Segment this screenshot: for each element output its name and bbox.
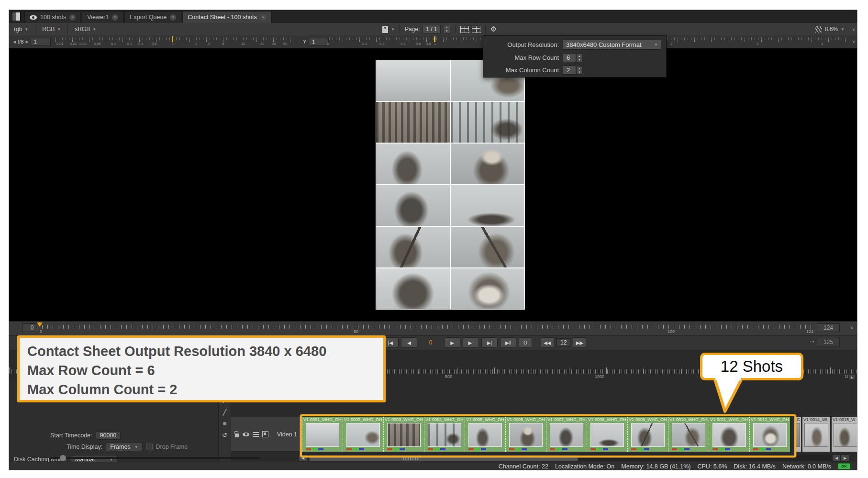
timeline-clip[interactable]: V1-0003_WHG_OH [383,417,424,452]
page-value[interactable]: 1 / 1 [423,25,440,33]
channel-dropdown[interactable]: rgb ▼ [12,25,30,33]
timeline-clip[interactable]: V1-0007_WHG_OH [546,417,587,452]
tab-viewer1[interactable]: Viewer1 × [82,11,123,23]
horizontal-scrollbar[interactable] [308,455,838,461]
time-display-dropdown[interactable]: Frames ▼ [106,443,142,451]
scrollbar-thumb[interactable] [309,455,578,461]
contact-sheet-columns-icon[interactable] [472,26,480,33]
timeline-zoom-slider[interactable] [50,457,260,459]
timeline-clip[interactable]: V1-0004_WHG_OH [424,417,465,452]
contact-sheet-cell[interactable] [451,144,524,184]
max-row-count-stepper[interactable]: ▲▼ [576,54,583,62]
timeline-clip[interactable]: V1-0009_WHG_OH [627,417,668,452]
play-button[interactable]: ▶ [444,337,460,348]
timeline-clip[interactable]: V1-0005_WHG_OH [465,417,505,452]
razor-tool-icon[interactable]: ╱ [223,409,227,416]
contact-sheet-rows-icon[interactable] [460,26,469,33]
start-timecode-input[interactable]: 90000 [96,431,121,440]
tab-100-shots[interactable]: 100 shots × [24,11,81,23]
lock-icon[interactable] [235,434,239,437]
colorspace-dropdown[interactable]: sRGB ▼ [73,25,98,33]
timeline-clip[interactable]: V1-0015_W [832,417,857,452]
close-icon[interactable]: × [112,14,118,21]
close-icon[interactable]: × [170,14,176,21]
tab-contact-sheet[interactable]: Contact Sheet - 100 shots × [182,11,272,23]
max-column-count-input[interactable]: 2 [563,66,576,75]
timeline-clip[interactable]: V1-0012_WHG_OH [749,417,790,452]
blend-icon[interactable] [262,431,268,437]
roll-tool-icon[interactable]: ↺ [222,432,227,439]
gain-input[interactable]: 1 [31,38,51,45]
contact-sheet-cell[interactable] [376,60,450,101]
timeline-clip[interactable]: V1-0014_WI [802,417,830,452]
step-forward-button[interactable]: ▶▶ [573,337,586,348]
play-to-next-button[interactable]: ▶· [463,337,479,348]
contact-sheet-cell[interactable] [376,185,450,226]
clip-thumbnail [387,423,421,447]
timeline-clip[interactable]: V1-0001_WHG_OH [302,417,343,452]
gain-slider[interactable]: 0.010.020.030.050.10.20.30.5123510203050 [56,37,292,46]
timeline-clip[interactable]: V1-0010_WHG_OH [668,417,709,452]
tab-export-queue[interactable]: Export Queue × [124,11,181,23]
current-frame[interactable]: 0 [420,339,442,346]
layer-dropdown[interactable]: RGB ▼ [40,25,63,33]
contact-sheet-cell[interactable] [376,102,450,143]
contact-sheet-cell[interactable] [451,227,524,267]
gear-icon[interactable]: ⚙ [490,25,497,33]
step-back-button[interactable]: ◀◀ [541,337,554,348]
contact-sheet-cell[interactable] [451,185,524,226]
timeline-clip[interactable]: -C [794,417,801,452]
duration-box[interactable]: 125 [817,338,840,346]
timeline-clip[interactable]: V1-0002_WHG_OH [343,417,383,452]
play-backward-button[interactable]: ◀ [401,337,417,348]
collapse-chevrons-icon[interactable]: » [851,28,857,30]
arrow-right-icon[interactable]: ▶ [25,40,28,44]
status-ok-badge: OK [838,463,850,469]
viewer-canvas[interactable] [9,48,857,321]
scroll-left-button[interactable]: ◀ [299,455,307,462]
contact-sheet-cell[interactable] [376,268,450,309]
gamma-label: Y [303,39,306,44]
loop-mode-button[interactable]: O [519,337,532,348]
contact-sheet-grid[interactable] [376,60,525,310]
contact-sheet-cell[interactable] [376,144,450,184]
zoom-level[interactable]: 8.6% [825,26,838,33]
arrow-left-icon[interactable]: ◀ [13,40,16,44]
goto-end-button[interactable]: ▶‖ [500,337,516,348]
timeline-clip[interactable]: V1-0008_WHG_OH [587,417,627,452]
close-icon[interactable]: × [69,14,76,21]
eye-icon[interactable] [243,433,249,436]
max-row-count-input[interactable]: 6 [563,53,576,62]
collapse-chevrons-icon[interactable]: » [851,40,857,42]
contact-sheet-cell[interactable] [451,268,524,309]
timeline-clip[interactable]: V1-0006_WHG_OH [505,417,546,452]
chevron-down-icon[interactable]: ▼ [841,27,845,32]
video-track-header[interactable]: Video 1 [231,417,301,452]
tick-label: 0.1 [362,42,367,46]
frame-step-value[interactable]: 12 [556,338,570,347]
contact-sheet-cell[interactable] [376,227,450,267]
status-bar: Channel Count: 22 Localization Mode: On … [9,462,857,470]
scroll-right-arrow[interactable]: ▶ [841,455,849,462]
wipe-stripes-icon[interactable] [815,26,822,33]
page-stepper[interactable]: ▲▼ [444,25,450,33]
slip-tool-icon[interactable]: ≡ [223,420,227,427]
gamma-marker[interactable] [434,36,435,42]
close-icon[interactable]: × [260,14,267,21]
gain-marker[interactable] [172,36,173,42]
frame-ruler[interactable]: 050100124 0 [37,323,813,334]
chevron-down-icon[interactable]: ▼ [391,27,395,32]
collapse-chevrons-icon[interactable]: » [849,326,855,328]
scroll-left-arrow[interactable]: ◀ [832,455,841,462]
contact-sheet-cell[interactable] [451,102,524,143]
scroll-up-icon[interactable]: ▲ [848,375,855,380]
next-edit-button[interactable]: ▶| [481,337,498,348]
out-frame-box[interactable]: 124 [817,323,840,332]
drop-frame-checkbox[interactable] [146,444,153,450]
tag-icon[interactable] [382,26,388,33]
max-column-count-stepper[interactable]: ▲▼ [576,66,583,75]
zoom-slider-knob[interactable] [59,455,67,462]
output-resolution-dropdown[interactable]: 3840x6480 Custom Format ▼ [563,40,661,50]
timeline-clip[interactable]: V1-0011_WHG_OH [709,417,749,452]
layers-icon[interactable] [253,432,259,437]
